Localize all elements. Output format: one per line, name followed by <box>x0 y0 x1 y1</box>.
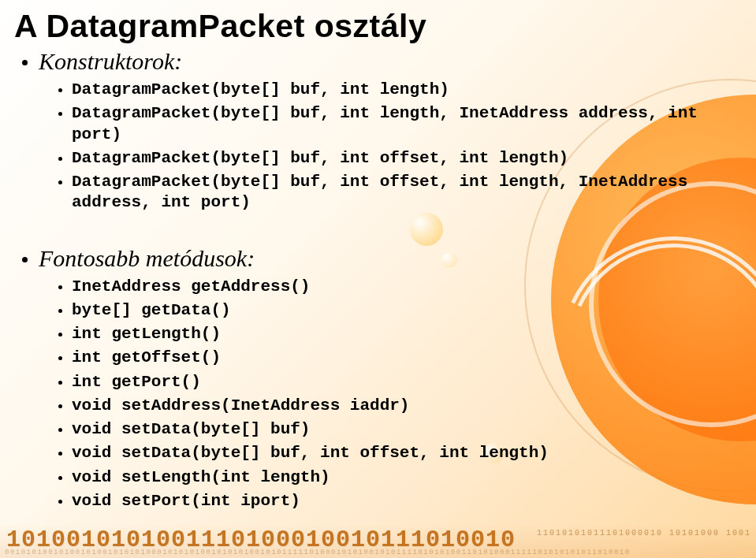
bullet-icon <box>58 88 62 92</box>
list-item: void setData(byte[] buf, int offset, int… <box>58 443 724 463</box>
bullet-icon <box>58 285 62 289</box>
list-item: int getOffset() <box>58 348 724 368</box>
bullet-icon <box>58 180 62 184</box>
list-item: void setPort(int iport) <box>58 491 724 512</box>
spacer <box>14 218 724 240</box>
code-text: DatagramPacket(byte[] buf, int length, I… <box>72 103 724 145</box>
page-title: A DatagramPacket osztály <box>14 8 724 45</box>
bullet-icon <box>22 60 28 65</box>
list-item: int getLength() <box>58 324 724 344</box>
bullet-icon <box>58 452 62 456</box>
code-text: int getLength() <box>72 324 221 344</box>
list-item: byte[] getData() <box>58 300 724 321</box>
bullet-icon <box>58 309 62 313</box>
list-item: void setAddress(InetAddress iaddr) <box>58 396 724 416</box>
bullet-icon <box>58 356 62 360</box>
bullet-row: Konstruktorok: <box>14 48 724 75</box>
slide-content: A DatagramPacket osztály Konstruktorok: … <box>0 0 756 512</box>
list-item: DatagramPacket(byte[] buf, int length) <box>58 80 724 100</box>
bullet-icon <box>58 157 62 161</box>
code-text: int getOffset() <box>72 348 221 368</box>
list-item: void setLength(int length) <box>58 467 724 488</box>
code-text: byte[] getData() <box>72 300 231 321</box>
bullet-icon <box>58 476 62 480</box>
bullet-icon <box>22 257 28 262</box>
bullet-icon <box>58 404 62 408</box>
list-item: DatagramPacket(byte[] buf, int offset, i… <box>58 148 724 169</box>
bullet-row: Fontosabb metódusok: <box>14 245 724 272</box>
binary-large: 1010010101001110100010010111010010 <box>6 526 516 553</box>
bullet-list: Konstruktorok: DatagramPacket(byte[] buf… <box>14 48 724 512</box>
binary-small-bot: 0010101001010010100101010100010101010010… <box>0 549 756 556</box>
list-item: int getPort() <box>58 372 724 392</box>
list-item: DatagramPacket(byte[] buf, int length, I… <box>58 103 724 145</box>
code-text: void setData(byte[] buf, int offset, int… <box>72 443 549 463</box>
code-text: DatagramPacket(byte[] buf, int offset, i… <box>72 148 568 169</box>
bullet-icon <box>58 333 62 337</box>
list-item: InetAddress getAddress() <box>58 277 724 297</box>
code-text: InetAddress getAddress() <box>72 277 310 297</box>
constructor-list: DatagramPacket(byte[] buf, int length) D… <box>14 80 724 214</box>
code-text: DatagramPacket(byte[] buf, int length) <box>72 80 449 100</box>
code-text: void setAddress(InetAddress iaddr) <box>72 396 409 416</box>
code-text: void setData(byte[] buf) <box>72 419 310 440</box>
code-text: DatagramPacket(byte[] buf, int offset, i… <box>72 172 724 214</box>
bullet-icon <box>58 500 62 504</box>
method-list: InetAddress getAddress() byte[] getData(… <box>14 277 724 512</box>
binary-strip <box>0 523 756 558</box>
binary-small-top: 11010101011101000010 10101000 1001 <box>537 529 751 538</box>
section-constructors: Konstruktorok: DatagramPacket(byte[] buf… <box>14 48 724 214</box>
code-text: void setPort(int iport) <box>72 491 300 512</box>
code-text: int getPort() <box>72 372 201 392</box>
list-item: void setData(byte[] buf) <box>58 419 724 440</box>
bullet-icon <box>58 428 62 432</box>
slide: A DatagramPacket osztály Konstruktorok: … <box>0 0 756 558</box>
section-methods: Fontosabb metódusok: InetAddress getAddr… <box>14 245 724 512</box>
list-item: DatagramPacket(byte[] buf, int offset, i… <box>58 172 724 214</box>
section-heading: Fontosabb metódusok: <box>39 245 255 272</box>
bullet-icon <box>58 381 62 385</box>
bullet-icon <box>58 112 62 116</box>
section-heading: Konstruktorok: <box>39 48 182 75</box>
code-text: void setLength(int length) <box>72 467 330 488</box>
